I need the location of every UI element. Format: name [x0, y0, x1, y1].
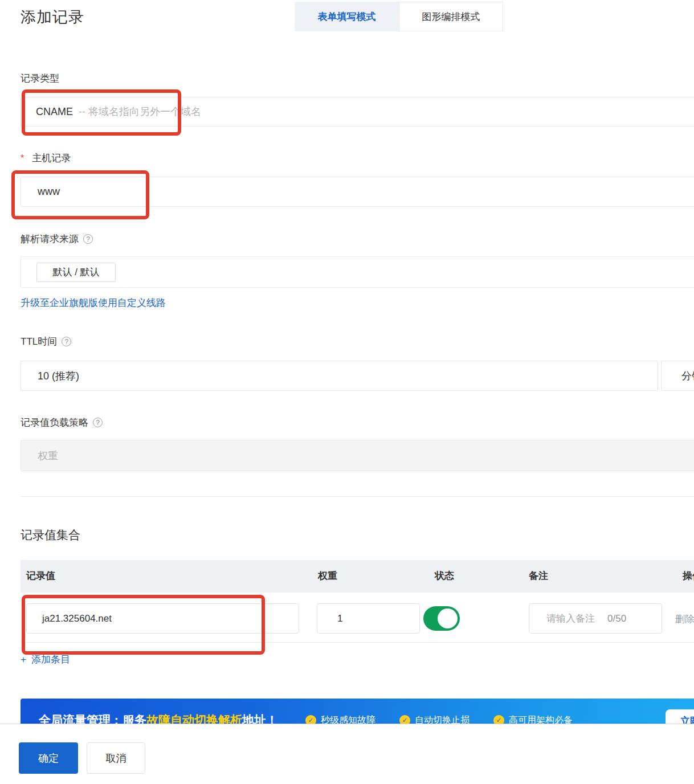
record-type-label: 记录类型 [21, 72, 59, 85]
feature-item: ✓ 秒级感知故障 [305, 714, 375, 724]
remark-input[interactable]: 请输入备注 0/50 [529, 603, 662, 634]
promo-action-button[interactable]: 立即 [666, 709, 694, 724]
record-type-select[interactable]: CNAME -- 将域名指向另外一个域名 [21, 97, 694, 126]
page-title: 添加记录 [21, 7, 84, 27]
toggle-knob [438, 609, 458, 628]
promo-features: ✓ 秒级感知故障 ✓ 自动切换止损 ✓ 高可用架构必备 [305, 714, 573, 724]
col-weight: 权重 [318, 569, 337, 582]
load-policy-input: 权重 [21, 440, 694, 471]
line-source-label-text: 解析请求来源 [21, 232, 79, 246]
help-icon[interactable]: ? [83, 234, 93, 244]
promo-banner-content: 全局流量管理：服务故障自动切换解析地址！ ✓ 秒级感知故障 ✓ 自动切换止损 ✓… [39, 712, 573, 724]
upgrade-link[interactable]: 升级至企业旗舰版使用自定义线路 [21, 296, 166, 309]
remark-placeholder: 请输入备注 [546, 612, 595, 625]
remark-counter: 0/50 [607, 613, 626, 624]
ttl-unit-select[interactable]: 分钟 [661, 361, 694, 391]
ttl-input[interactable]: 10 (推荐) [21, 361, 658, 391]
cancel-button[interactable]: 取消 [87, 742, 145, 774]
col-remark: 备注 [529, 569, 548, 582]
tab-form-mode[interactable]: 表单填写模式 [295, 2, 399, 31]
feature-label: 秒级感知故障 [321, 714, 375, 724]
tab-graphic-mode[interactable]: 图形编排模式 [399, 2, 503, 31]
host-record-label-text: 主机记录 [32, 152, 71, 165]
record-type-hint: -- 将域名指向另外一个域名 [79, 105, 201, 119]
help-icon[interactable]: ? [93, 418, 103, 427]
col-action: 操作 [683, 569, 694, 582]
col-status: 状态 [435, 569, 454, 582]
add-entry-link[interactable]: + 添加条目 [21, 653, 70, 666]
record-value-text: ja21.325604.net [42, 613, 112, 624]
mode-tab-group: 表单填写模式 图形编排模式 [295, 2, 503, 31]
host-record-label: * 主机记录 [21, 152, 71, 165]
weight-input[interactable]: 1 [317, 603, 420, 634]
load-policy-value: 权重 [38, 449, 58, 463]
feature-item: ✓ 自动切换止损 [399, 714, 470, 724]
promo-banner[interactable]: 全局流量管理：服务故障自动切换解析地址！ ✓ 秒级感知故障 ✓ 自动切换止损 ✓… [21, 699, 694, 724]
host-record-value: www [38, 186, 60, 198]
record-value-input[interactable]: ja21.325604.net [26, 603, 299, 634]
check-icon: ✓ [493, 715, 504, 724]
help-icon[interactable]: ? [62, 337, 71, 346]
record-set-table-header: 记录值 权重 状态 备注 操作 [21, 560, 694, 593]
required-asterisk: * [21, 153, 24, 164]
confirm-button[interactable]: 确定 [19, 742, 78, 774]
add-entry-label: 添加条目 [31, 653, 70, 666]
load-policy-label-text: 记录值负载策略 [21, 416, 88, 429]
record-set-heading: 记录值集合 [21, 527, 80, 543]
check-icon: ✓ [399, 715, 410, 724]
line-source-select[interactable]: 默认 / 默认 [21, 256, 694, 288]
ttl-label-text: TTL时间 [21, 335, 57, 348]
delete-row-button[interactable]: 删除 [675, 612, 694, 626]
ttl-value: 10 (推荐) [38, 369, 79, 383]
check-icon: ✓ [305, 715, 316, 724]
section-divider [21, 496, 694, 497]
table-row: ja21.325604.net 1 请输入备注 0/50 删除 [21, 593, 694, 643]
feature-item: ✓ 高可用架构必备 [493, 714, 573, 724]
host-record-input[interactable]: www [21, 177, 694, 207]
weight-text: 1 [337, 613, 342, 624]
plus-icon: + [21, 654, 26, 665]
feature-label: 高可用架构必备 [509, 714, 573, 724]
record-type-value: CNAME [36, 106, 73, 118]
ttl-unit: 分钟 [681, 369, 694, 383]
status-toggle[interactable] [423, 606, 460, 631]
col-record-value: 记录值 [26, 569, 55, 582]
line-source-chip[interactable]: 默认 / 默认 [36, 263, 116, 282]
dialog-footer: 确定 取消 [0, 724, 694, 784]
feature-label: 自动切换止损 [415, 714, 470, 724]
add-record-dialog: 添加记录 表单填写模式 图形编排模式 记录类型 CNAME -- 将域名指向另外… [0, 0, 694, 784]
promo-title: 全局流量管理：服务故障自动切换解析地址！ [39, 712, 278, 724]
ttl-label: TTL时间 ? [21, 335, 71, 348]
load-policy-label: 记录值负载策略 ? [21, 416, 103, 429]
line-source-label: 解析请求来源 ? [21, 232, 93, 246]
